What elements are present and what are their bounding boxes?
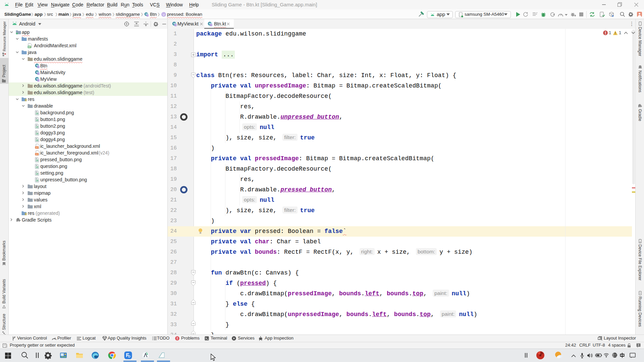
- svg-text:<>: <>: [36, 153, 38, 156]
- svg-text:MF: MF: [28, 46, 31, 48]
- svg-text:V: V: [163, 13, 165, 16]
- svg-text:<>: <>: [36, 146, 38, 149]
